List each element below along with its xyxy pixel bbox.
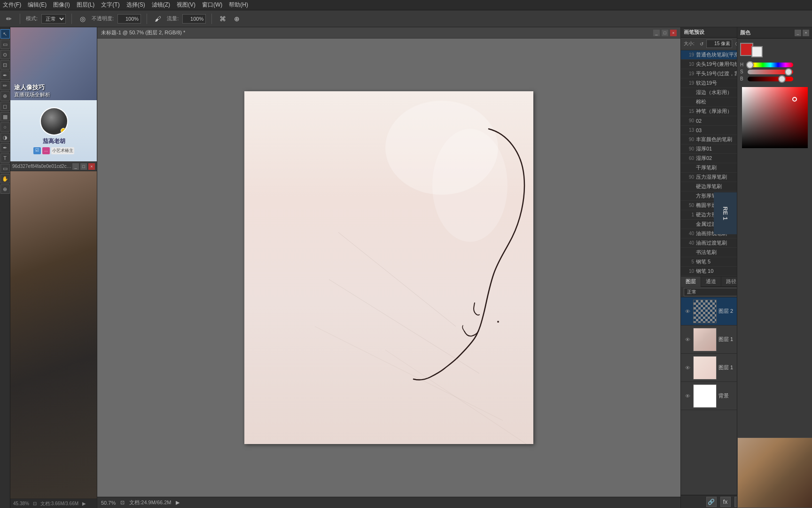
text-tool[interactable]: T xyxy=(0,153,10,163)
extra-icon[interactable]: ⊕ xyxy=(232,14,242,24)
sub-nav-btn[interactable]: ▶ xyxy=(82,501,86,506)
brush-num: 40 xyxy=(684,231,694,236)
video-subtitle: 直播现场全解析 xyxy=(14,91,50,98)
brush-tool-icon[interactable]: ✏ xyxy=(4,14,14,24)
canvas-restore[interactable]: □ xyxy=(662,30,668,36)
menu-item-help[interactable]: 帮助(H) xyxy=(229,1,248,9)
sub-window-restore[interactable]: □ xyxy=(80,163,87,170)
lasso-tool[interactable]: ⊙ xyxy=(0,50,10,59)
add-link-btn[interactable]: 🔗 xyxy=(706,497,717,507)
hand-tool[interactable]: ✋ xyxy=(0,174,10,183)
s-row: S xyxy=(740,69,809,74)
menu-item-file[interactable]: 文件(F) xyxy=(3,1,21,9)
brush-refresh-btn[interactable]: ↺ xyxy=(700,41,703,47)
sub-window-titlebar: 96d327ef84fa0e0e01cd2c34572998ef-u13u...… xyxy=(10,162,97,171)
layer-thumbnail xyxy=(693,356,717,380)
opacity-toggle[interactable]: ◎ xyxy=(78,14,88,24)
mini-video-preview xyxy=(737,437,812,508)
brush-tool[interactable]: ✏ xyxy=(0,81,10,90)
menu-item-filter[interactable]: 滤镜(Z) xyxy=(152,1,170,9)
canvas-area: 未标题-1 @ 50.7% (图层 2, RGB/8) * _ □ × xyxy=(97,27,680,508)
eraser-tool[interactable]: ◻ xyxy=(0,102,10,111)
b-slider[interactable] xyxy=(748,77,793,81)
video-title: 途人像技巧 xyxy=(14,83,45,92)
brush-size-label: 大小: xyxy=(684,40,697,47)
h-slider[interactable] xyxy=(748,63,793,67)
svg-line-2 xyxy=(338,232,456,326)
layer-visibility-toggle[interactable]: 👁 xyxy=(684,336,691,343)
layer-visibility-toggle[interactable]: 👁 xyxy=(684,392,691,400)
shape-tool[interactable]: ▭ xyxy=(0,164,10,173)
select-tool[interactable]: ▭ xyxy=(0,40,10,49)
menu-bar: 文件(F) 编辑(E) 图像(I) 图层(L) 文字(T) 选择(S) 滤镜(Z… xyxy=(0,0,812,10)
clone-tool[interactable]: ⊕ xyxy=(0,91,10,101)
layer-visibility-toggle[interactable]: 👁 xyxy=(684,364,691,372)
zoom-tool[interactable]: ⊕ xyxy=(0,184,10,194)
fg-bg-colors xyxy=(737,39,812,60)
flow-icon[interactable]: 🖌 xyxy=(153,14,163,24)
menu-item-select[interactable]: 选择(S) xyxy=(126,1,145,9)
move-tool[interactable]: ↖ xyxy=(0,29,10,39)
canvas-close[interactable]: × xyxy=(670,30,677,36)
main-layout: ↖ ▭ ⊙ ⊡ ✒ ✏ ⊕ ◻ ▦ ○ ◑ ✒ T ▭ ✋ ⊕ 途人像技巧 直播… xyxy=(0,27,812,508)
user-tags: ☑ ... 小艺术椿主 xyxy=(33,147,74,154)
video-thumbnail[interactable]: 途人像技巧 直播现场全解析 xyxy=(10,27,97,100)
re1-text: RE 1 xyxy=(722,206,729,220)
h-row: H xyxy=(740,62,809,67)
menu-item-image[interactable]: 图像(I) xyxy=(53,1,70,9)
canvas-title: 未标题-1 @ 50.7% (图层 2, RGB/8) * xyxy=(101,29,185,36)
menu-item-edit[interactable]: 编辑(E) xyxy=(28,1,47,9)
brush-size-input[interactable] xyxy=(706,40,732,48)
color-gradient-box[interactable] xyxy=(742,87,808,148)
drawing-canvas[interactable] xyxy=(244,91,533,444)
brush-num: 90 xyxy=(684,146,694,151)
s-label: S xyxy=(740,69,746,74)
opacity-input[interactable] xyxy=(117,14,141,24)
canvas-nav-btn[interactable]: ▶ xyxy=(176,500,180,506)
brush-num: 90 xyxy=(684,118,694,123)
layer-thumbnail xyxy=(693,328,717,351)
s-slider[interactable] xyxy=(748,70,793,74)
color-panel-header: 颜色 _ × xyxy=(737,27,812,39)
color-panel-minimize[interactable]: _ xyxy=(795,30,801,36)
svg-point-6 xyxy=(497,321,499,323)
user-badge xyxy=(61,128,66,134)
layer-visibility-toggle[interactable]: 👁 xyxy=(684,308,691,315)
layer-thumbnail xyxy=(693,384,717,408)
brush-num: 5 xyxy=(684,259,694,264)
add-effect-btn[interactable]: fx xyxy=(720,497,731,507)
user-tag-live: ... xyxy=(42,147,50,154)
color-panel-title: 颜色 xyxy=(740,29,750,36)
sub-window-minimize[interactable]: _ xyxy=(72,163,79,170)
eyedrop-tool[interactable]: ✒ xyxy=(0,71,10,80)
menu-item-view[interactable]: 视图(V) xyxy=(177,1,195,9)
blur-tool[interactable]: ○ xyxy=(0,122,10,132)
flow-input[interactable] xyxy=(182,14,206,24)
smoothing-icon[interactable]: ⌘ xyxy=(218,14,228,24)
tab-channels[interactable]: 通道 xyxy=(701,277,721,287)
tab-layers[interactable]: 图层 xyxy=(681,277,701,287)
color-panel-controls: _ × xyxy=(795,30,809,36)
color-panel: 颜色 _ × H S B xyxy=(737,27,812,508)
gradient-tool[interactable]: ▦ xyxy=(0,112,10,121)
crop-tool[interactable]: ⊡ xyxy=(0,60,10,70)
user-tag-role: 小艺术椿主 xyxy=(51,147,74,154)
color-panel-close[interactable]: × xyxy=(803,30,809,36)
sub-window-close[interactable]: × xyxy=(88,163,95,170)
canvas-main[interactable] xyxy=(97,39,680,497)
canvas-win-controls: _ □ × xyxy=(653,30,677,36)
mode-select[interactable]: 正常 xyxy=(41,14,66,24)
brush-num: 50 xyxy=(684,203,694,208)
canvas-minimize[interactable]: _ xyxy=(653,30,660,36)
menu-item-window[interactable]: 窗口(W) xyxy=(202,1,222,9)
h-label: H xyxy=(740,62,746,67)
dodge-tool[interactable]: ◑ xyxy=(0,133,10,142)
svg-line-5 xyxy=(385,350,526,444)
mode-label: 模式: xyxy=(26,15,38,22)
tool-panel: ↖ ▭ ⊙ ⊡ ✒ ✏ ⊕ ◻ ▦ ○ ◑ ✒ T ▭ ✋ ⊕ xyxy=(0,27,10,508)
background-color[interactable] xyxy=(751,46,763,57)
pen-tool[interactable]: ✒ xyxy=(0,143,10,152)
sub-photo-canvas[interactable] xyxy=(10,171,97,499)
menu-item-text[interactable]: 文字(T) xyxy=(101,1,119,9)
menu-item-layer[interactable]: 图层(L) xyxy=(77,1,95,9)
